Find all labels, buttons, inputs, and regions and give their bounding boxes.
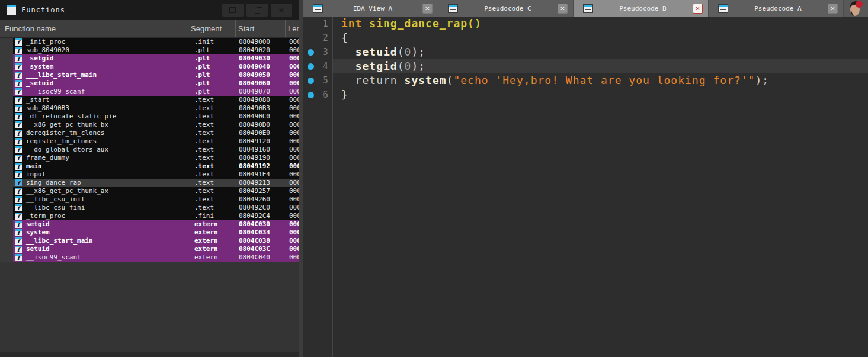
code-line[interactable]: 6} [303,88,868,102]
tab-close-icon[interactable] [828,4,838,14]
function-icon [15,38,22,46]
tab-pseudocode-a[interactable]: Pseudocode-A [709,0,844,17]
function-row[interactable]: systemextern0804C0340000 [0,229,299,237]
function-icon [15,146,22,153]
tab-ida-view-a[interactable]: IDA View-A [303,0,438,17]
start-address-cell: 08049160 [239,146,270,154]
function-row[interactable]: _setuid.plt080490600000 [0,79,299,88]
function-row[interactable]: deregister_tm_clones.text080490E000000 [0,129,299,137]
line-number: 3 [303,45,328,59]
function-row[interactable]: _start.text0804908000000 [0,96,299,104]
code-token-pl: ); [411,46,425,58]
tab-pseudocode-c[interactable]: Pseudocode-C [438,0,574,17]
length-cell: 00000 [289,146,299,154]
code-token-fn: sing_dance_rap() [369,17,481,30]
function-name-cell: _setgid [26,54,53,63]
length-cell: 0000 [289,71,299,79]
function-row[interactable]: _dl_relocate_static_pie.text080490C00000… [0,112,299,121]
column-header-start[interactable]: Start [238,20,254,38]
panel-splitter[interactable] [299,0,303,357]
code-text: return system("echo 'Hey,bro! What are y… [333,73,868,88]
close-button[interactable]: ✕ [271,4,292,17]
code-line[interactable]: 4 setgid(0); [303,59,868,73]
function-name-cell: __isoc99_scanf [26,253,81,262]
length-cell: 00000 [289,88,299,96]
function-name-cell: setgid [26,220,50,229]
column-header-function-name[interactable]: Function name [5,20,56,38]
start-address-cell: 0804C038 [239,237,270,245]
tab-pseudocode-b[interactable]: Pseudocode-B [574,0,709,17]
start-address-cell: 080490D0 [239,121,270,129]
code-token-num: 0 [405,60,412,72]
tab-close-icon[interactable] [558,4,568,14]
code-line[interactable]: 1int sing_dance_rap() [303,17,868,31]
code-token-pl [363,17,370,30]
code-token-pl: ( [398,60,405,72]
function-list: _init_proc.init0804900000000sub_8049020.… [0,38,299,352]
tab-close-icon[interactable] [693,4,703,14]
start-address-cell: 080490E0 [239,129,270,137]
segment-cell: .text [194,179,214,187]
function-icon [15,204,22,211]
function-row[interactable]: _setgid.plt080490300000 [0,54,299,63]
function-name-cell: ___libc_start_main [26,71,97,79]
function-row[interactable]: __x86_get_pc_thunk_bx.text080490D000000 [0,121,299,129]
function-row[interactable]: ___libc_start_main.plt080490500000 [0,71,299,79]
code-line[interactable]: 5 return system("echo 'Hey,bro! What are… [303,73,868,88]
function-row[interactable]: __libc_csu_fini.text080492C000000 [0,204,299,212]
function-row[interactable]: __isoc99_scanfextern0804C04000000 [0,253,299,262]
start-address-cell: 0804C03C [239,245,270,253]
code-token-pl [341,60,355,72]
function-icon [15,97,22,104]
restore-button[interactable] [246,4,268,17]
maximize-icon [229,7,236,13]
function-row[interactable]: __x86_get_pc_thunk_ax.text0804925700000 [0,187,299,195]
avatar [847,0,864,17]
pseudocode-tab-icon [718,4,728,13]
function-icon [15,163,22,170]
code-token-ret: return [355,74,405,86]
horizontal-scrollbar[interactable] [0,352,299,357]
function-row[interactable]: __libc_csu_init.text0804926000000 [0,195,299,204]
function-row[interactable]: ___isoc99_scanf.plt0804907000000 [0,88,299,96]
function-row[interactable]: sub_80490B3.text080490B300000 [0,104,299,112]
function-name-cell: setuid [26,245,50,253]
length-cell: 00000 [289,46,299,54]
maximize-button[interactable] [222,4,244,17]
function-row[interactable]: input.text080491E400000 [0,171,299,179]
function-row[interactable]: _system.plt080490400000 [0,63,299,71]
pseudocode-view[interactable]: 1int sing_dance_rap()2{3 setuid(0);4 set… [303,17,868,357]
function-icon [15,80,22,87]
function-row[interactable]: setgidextern0804C0300000 [0,220,299,229]
code-text: setgid(0); [333,59,868,73]
length-cell: 00000 [289,121,299,129]
code-line[interactable]: 2{ [303,31,868,45]
code-line[interactable]: 3 setuid(0); [303,45,868,59]
function-row[interactable]: __libc_start_mainextern0804C0380000 [0,237,299,245]
restore-icon [255,9,260,14]
length-cell: 00000 [289,154,299,162]
function-icon [15,47,22,54]
function-icon [15,121,22,128]
function-icon [15,72,22,79]
function-name-cell: deregister_tm_clones [26,129,104,137]
function-row[interactable]: setuidextern0804C03C0000 [0,245,299,253]
function-icon [15,63,22,70]
pseudocode-tab-icon [313,4,323,13]
function-row[interactable]: _term_proc.fini080492C400000 [0,212,299,220]
function-row[interactable]: _init_proc.init0804900000000 [0,38,299,46]
tab-close-icon[interactable] [422,4,433,14]
line-number: 4 [303,59,328,73]
function-row[interactable]: sub_8049020.plt0804902000000 [0,46,299,54]
function-row[interactable]: register_tm_clones.text0804912000000 [0,137,299,146]
function-row[interactable]: sing_dance_rap.text0804921300000 [0,179,299,187]
code-token-pl: { [341,31,348,44]
function-row[interactable]: __do_global_dtors_aux.text0804916000000 [0,146,299,154]
function-row[interactable]: frame_dummy.text0804919000000 [0,154,299,162]
segment-cell: .text [194,154,214,162]
function-icon [15,130,22,137]
code-text: setuid(0); [333,45,868,59]
function-row[interactable]: main.text080491920000 [0,162,299,171]
column-header-segment[interactable]: Segment [191,20,222,38]
function-icon [15,213,22,220]
